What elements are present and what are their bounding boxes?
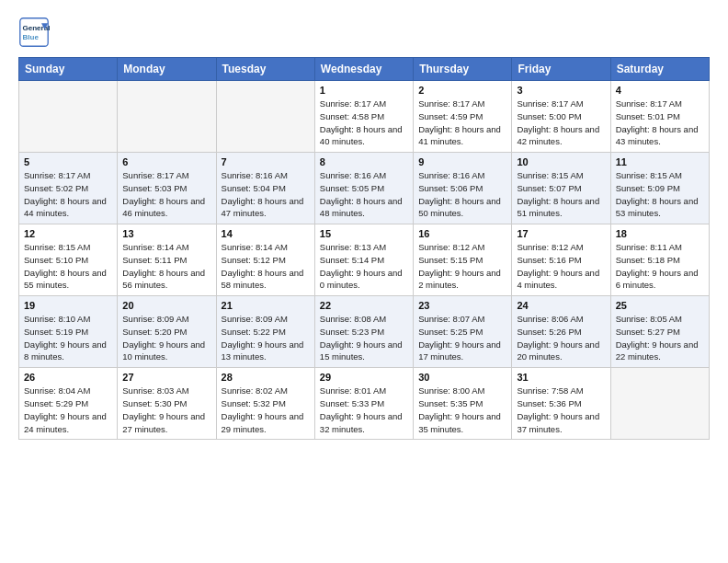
day-number: 2 <box>418 85 506 96</box>
logo-icon: General Blue <box>18 17 50 48</box>
day-number: 8 <box>320 156 408 167</box>
day-detail: Sunrise: 8:17 AMSunset: 4:59 PMDaylight:… <box>418 98 506 148</box>
day-detail: Sunrise: 8:09 AMSunset: 5:22 PMDaylight:… <box>222 313 310 363</box>
day-number: 21 <box>222 300 310 311</box>
day-number: 4 <box>616 85 704 96</box>
calendar-cell: 19Sunrise: 8:10 AMSunset: 5:19 PMDayligh… <box>19 296 118 368</box>
day-detail: Sunrise: 8:15 AMSunset: 5:10 PMDaylight:… <box>24 241 112 292</box>
day-number: 31 <box>517 372 605 383</box>
calendar-week-row: 5Sunrise: 8:17 AMSunset: 5:02 PMDaylight… <box>19 153 710 224</box>
calendar-cell: 24Sunrise: 8:06 AMSunset: 5:26 PMDayligh… <box>512 296 610 368</box>
day-detail: Sunrise: 7:58 AMSunset: 5:36 PMDaylight:… <box>517 385 605 435</box>
weekday-header-sunday: Sunday <box>19 58 118 81</box>
header: General Blue <box>18 17 710 48</box>
calendar-cell <box>216 81 314 153</box>
day-detail: Sunrise: 8:14 AMSunset: 5:11 PMDaylight:… <box>122 241 210 292</box>
calendar-cell: 31Sunrise: 7:58 AMSunset: 5:36 PMDayligh… <box>512 368 610 440</box>
calendar-cell: 13Sunrise: 8:14 AMSunset: 5:11 PMDayligh… <box>118 224 216 296</box>
day-detail: Sunrise: 8:17 AMSunset: 5:01 PMDaylight:… <box>616 98 704 148</box>
calendar-cell: 5Sunrise: 8:17 AMSunset: 5:02 PMDaylight… <box>19 153 118 224</box>
day-detail: Sunrise: 8:13 AMSunset: 5:14 PMDaylight:… <box>320 241 408 292</box>
calendar-cell: 7Sunrise: 8:16 AMSunset: 5:04 PMDaylight… <box>216 153 314 224</box>
day-number: 15 <box>320 228 408 239</box>
weekday-header-tuesday: Tuesday <box>216 58 314 81</box>
weekday-header-monday: Monday <box>118 58 216 81</box>
calendar-cell: 21Sunrise: 8:09 AMSunset: 5:22 PMDayligh… <box>216 296 314 368</box>
calendar: SundayMondayTuesdayWednesdayThursdayFrid… <box>18 57 710 440</box>
calendar-cell: 1Sunrise: 8:17 AMSunset: 4:58 PMDaylight… <box>314 81 413 153</box>
day-number: 18 <box>616 228 704 239</box>
day-number: 7 <box>222 156 310 167</box>
weekday-header-friday: Friday <box>512 58 610 81</box>
day-detail: Sunrise: 8:03 AMSunset: 5:30 PMDaylight:… <box>122 385 210 435</box>
weekday-header-row: SundayMondayTuesdayWednesdayThursdayFrid… <box>19 58 710 81</box>
day-detail: Sunrise: 8:16 AMSunset: 5:05 PMDaylight:… <box>320 169 408 220</box>
calendar-cell: 23Sunrise: 8:07 AMSunset: 5:25 PMDayligh… <box>414 296 512 368</box>
logo: General Blue <box>18 17 50 48</box>
calendar-cell: 11Sunrise: 8:15 AMSunset: 5:09 PMDayligh… <box>610 153 709 224</box>
day-detail: Sunrise: 8:17 AMSunset: 5:02 PMDaylight:… <box>24 169 112 220</box>
calendar-cell: 20Sunrise: 8:09 AMSunset: 5:20 PMDayligh… <box>118 296 216 368</box>
svg-text:Blue: Blue <box>22 33 39 41</box>
calendar-cell: 8Sunrise: 8:16 AMSunset: 5:05 PMDaylight… <box>314 153 413 224</box>
day-detail: Sunrise: 8:15 AMSunset: 5:07 PMDaylight:… <box>517 169 605 220</box>
calendar-cell: 16Sunrise: 8:12 AMSunset: 5:15 PMDayligh… <box>414 224 512 296</box>
day-detail: Sunrise: 8:05 AMSunset: 5:27 PMDaylight:… <box>616 313 704 363</box>
calendar-cell: 28Sunrise: 8:02 AMSunset: 5:32 PMDayligh… <box>216 368 314 440</box>
day-number: 11 <box>616 156 704 167</box>
day-number: 30 <box>418 372 506 383</box>
calendar-week-row: 1Sunrise: 8:17 AMSunset: 4:58 PMDaylight… <box>19 81 710 153</box>
calendar-cell: 4Sunrise: 8:17 AMSunset: 5:01 PMDaylight… <box>610 81 709 153</box>
day-number: 25 <box>616 300 704 311</box>
day-detail: Sunrise: 8:02 AMSunset: 5:32 PMDaylight:… <box>222 385 310 435</box>
day-detail: Sunrise: 8:07 AMSunset: 5:25 PMDaylight:… <box>418 313 506 363</box>
calendar-cell: 14Sunrise: 8:14 AMSunset: 5:12 PMDayligh… <box>216 224 314 296</box>
calendar-week-row: 12Sunrise: 8:15 AMSunset: 5:10 PMDayligh… <box>19 224 710 296</box>
day-number: 9 <box>418 156 506 167</box>
calendar-cell <box>118 81 216 153</box>
calendar-cell: 27Sunrise: 8:03 AMSunset: 5:30 PMDayligh… <box>118 368 216 440</box>
day-number: 20 <box>122 300 210 311</box>
day-number: 16 <box>418 228 506 239</box>
calendar-cell <box>610 368 709 440</box>
weekday-header-wednesday: Wednesday <box>314 58 413 81</box>
day-number: 19 <box>24 300 112 311</box>
calendar-week-row: 19Sunrise: 8:10 AMSunset: 5:19 PMDayligh… <box>19 296 710 368</box>
calendar-cell <box>19 81 118 153</box>
calendar-cell: 2Sunrise: 8:17 AMSunset: 4:59 PMDaylight… <box>414 81 512 153</box>
day-detail: Sunrise: 8:11 AMSunset: 5:18 PMDaylight:… <box>616 241 704 292</box>
weekday-header-thursday: Thursday <box>414 58 512 81</box>
calendar-cell: 6Sunrise: 8:17 AMSunset: 5:03 PMDaylight… <box>118 153 216 224</box>
day-number: 17 <box>517 228 605 239</box>
day-number: 1 <box>320 85 408 96</box>
calendar-cell: 30Sunrise: 8:00 AMSunset: 5:35 PMDayligh… <box>414 368 512 440</box>
day-number: 6 <box>122 156 210 167</box>
day-detail: Sunrise: 8:17 AMSunset: 5:03 PMDaylight:… <box>122 169 210 220</box>
day-detail: Sunrise: 8:04 AMSunset: 5:29 PMDaylight:… <box>24 385 112 435</box>
day-number: 10 <box>517 156 605 167</box>
day-number: 12 <box>24 228 112 239</box>
day-number: 13 <box>122 228 210 239</box>
calendar-cell: 15Sunrise: 8:13 AMSunset: 5:14 PMDayligh… <box>314 224 413 296</box>
day-detail: Sunrise: 8:00 AMSunset: 5:35 PMDaylight:… <box>418 385 506 435</box>
day-detail: Sunrise: 8:06 AMSunset: 5:26 PMDaylight:… <box>517 313 605 363</box>
day-detail: Sunrise: 8:16 AMSunset: 5:06 PMDaylight:… <box>418 169 506 220</box>
day-number: 3 <box>517 85 605 96</box>
calendar-cell: 22Sunrise: 8:08 AMSunset: 5:23 PMDayligh… <box>314 296 413 368</box>
weekday-header-saturday: Saturday <box>610 58 709 81</box>
day-number: 14 <box>222 228 310 239</box>
day-detail: Sunrise: 8:09 AMSunset: 5:20 PMDaylight:… <box>122 313 210 363</box>
day-number: 5 <box>24 156 112 167</box>
day-number: 24 <box>517 300 605 311</box>
day-number: 26 <box>24 372 112 383</box>
day-detail: Sunrise: 8:15 AMSunset: 5:09 PMDaylight:… <box>616 169 704 220</box>
day-number: 29 <box>320 372 408 383</box>
calendar-week-row: 26Sunrise: 8:04 AMSunset: 5:29 PMDayligh… <box>19 368 710 440</box>
calendar-cell: 12Sunrise: 8:15 AMSunset: 5:10 PMDayligh… <box>19 224 118 296</box>
day-detail: Sunrise: 8:16 AMSunset: 5:04 PMDaylight:… <box>222 169 310 220</box>
calendar-cell: 9Sunrise: 8:16 AMSunset: 5:06 PMDaylight… <box>414 153 512 224</box>
calendar-cell: 25Sunrise: 8:05 AMSunset: 5:27 PMDayligh… <box>610 296 709 368</box>
day-detail: Sunrise: 8:17 AMSunset: 4:58 PMDaylight:… <box>320 98 408 148</box>
day-number: 27 <box>122 372 210 383</box>
day-number: 22 <box>320 300 408 311</box>
